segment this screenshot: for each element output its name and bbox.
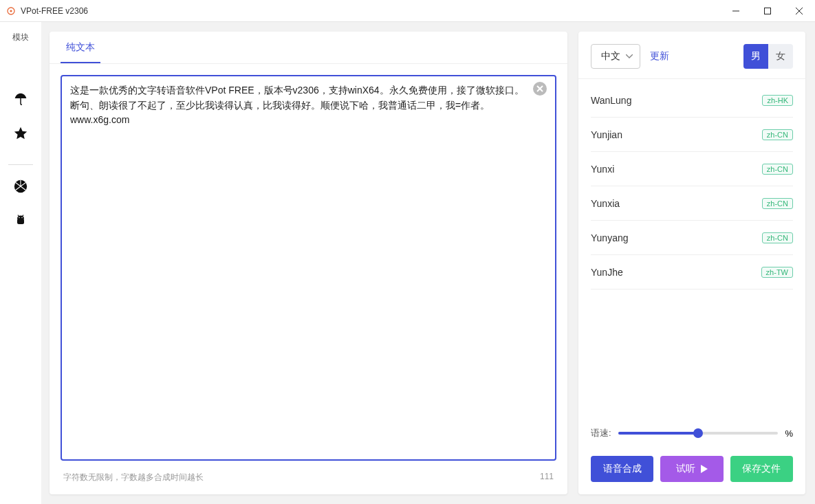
voice-name: WanLung xyxy=(591,95,631,106)
update-link[interactable]: 更新 xyxy=(650,50,669,63)
char-limit-hint: 字符数无限制，字数越多合成时间越长 xyxy=(63,472,204,483)
app-window: VPot-FREE v2306 模块 xyxy=(0,0,815,504)
voice-locale-badge: zh-CN xyxy=(762,129,793,140)
speed-slider[interactable] xyxy=(618,427,779,439)
language-select-label: 中文 xyxy=(601,50,620,63)
voice-name: Yunjian xyxy=(591,129,622,140)
window-title: VPot-FREE v2306 xyxy=(21,6,88,16)
speed-label: 语速: xyxy=(591,427,611,439)
gender-toggle: 男 女 xyxy=(743,44,793,69)
umbrella-icon[interactable] xyxy=(12,90,30,108)
voice-name: Yunyang xyxy=(591,232,629,243)
voice-item[interactable]: YunJhe zh-TW xyxy=(591,255,793,289)
maximize-button[interactable] xyxy=(752,0,783,22)
play-icon xyxy=(701,465,708,473)
char-count: 111 xyxy=(540,472,554,483)
voice-list: WanLung zh-HK Yunjian zh-CN Yunxi zh-CN xyxy=(578,79,805,417)
tab-plaintext[interactable]: 纯文本 xyxy=(61,32,100,63)
voice-locale-badge: zh-TW xyxy=(761,267,793,278)
speed-row: 语速: % xyxy=(578,417,805,449)
svg-line-8 xyxy=(23,215,24,217)
synthesize-button[interactable]: 语音合成 xyxy=(591,456,653,482)
voice-name: Yunxia xyxy=(591,198,620,209)
tabs: 纯文本 xyxy=(50,32,567,64)
aperture-icon[interactable] xyxy=(12,177,30,195)
svg-rect-4 xyxy=(17,219,24,224)
voice-locale-badge: zh-CN xyxy=(762,164,793,175)
android-icon[interactable] xyxy=(12,212,30,230)
chevron-down-icon xyxy=(626,54,633,58)
save-file-button[interactable]: 保存文件 xyxy=(730,456,793,482)
voice-locale-badge: zh-CN xyxy=(762,198,793,209)
voice-item[interactable]: Yunyang zh-CN xyxy=(591,221,793,255)
voice-locale-badge: zh-HK xyxy=(762,95,793,106)
voice-name: YunJhe xyxy=(591,267,623,278)
sidebar: 模块 xyxy=(0,22,41,504)
svg-point-6 xyxy=(21,217,23,219)
module-label: 模块 xyxy=(12,32,29,43)
svg-line-7 xyxy=(18,215,19,217)
voice-name: Yunxi xyxy=(591,164,614,175)
voice-panel: 中文 更新 男 女 WanLung xyxy=(578,32,805,494)
star-icon[interactable] xyxy=(12,124,30,142)
preview-button[interactable]: 试听 xyxy=(660,456,723,482)
language-select[interactable]: 中文 xyxy=(591,44,640,69)
app-icon xyxy=(6,6,17,17)
gender-male-button[interactable]: 男 xyxy=(743,44,768,69)
clear-text-button[interactable] xyxy=(533,82,547,96)
titlebar: VPot-FREE v2306 xyxy=(0,0,815,22)
action-row: 语音合成 试听 保存文件 xyxy=(578,449,805,494)
svg-point-5 xyxy=(19,217,20,219)
gender-female-button[interactable]: 女 xyxy=(768,44,793,69)
voice-item[interactable]: Yunxia zh-CN xyxy=(591,186,793,221)
sidebar-divider xyxy=(8,164,33,165)
text-input[interactable] xyxy=(61,75,556,461)
text-panel: 纯文本 字符数无限制，字数越多合成时间越长 111 xyxy=(50,32,567,494)
minimize-button[interactable] xyxy=(720,0,752,22)
voice-locale-badge: zh-CN xyxy=(762,232,793,243)
main-area: 纯文本 字符数无限制，字数越多合成时间越长 111 xyxy=(41,22,815,504)
svg-point-1 xyxy=(10,10,12,12)
voice-item[interactable]: Yunjian zh-CN xyxy=(591,118,793,152)
voice-item[interactable]: Yunxi zh-CN xyxy=(591,152,793,186)
text-footer: 字符数无限制，字数越多合成时间越长 111 xyxy=(50,472,567,494)
speed-unit: % xyxy=(785,428,793,439)
close-button[interactable] xyxy=(783,0,815,22)
voice-item[interactable]: WanLung zh-HK xyxy=(591,83,793,118)
svg-rect-2 xyxy=(765,8,771,14)
